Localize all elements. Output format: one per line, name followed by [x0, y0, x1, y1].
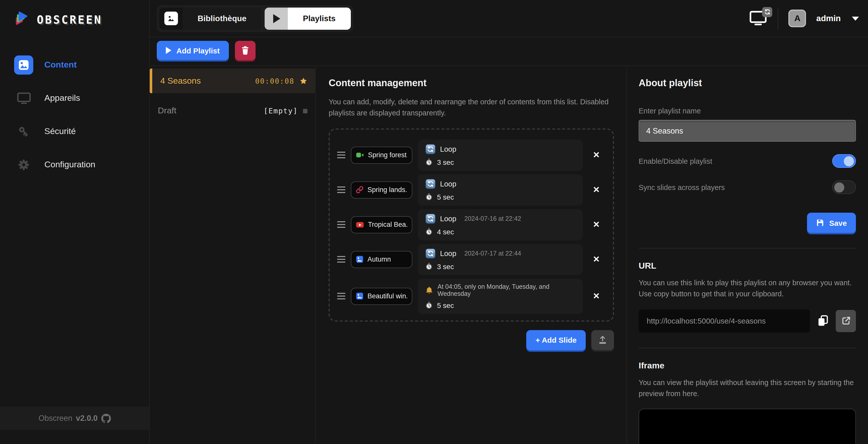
drag-handle-icon[interactable] — [337, 152, 345, 159]
slide-name-pill[interactable]: Spring lands... — [351, 182, 412, 198]
remove-slide-button[interactable]: ✕ — [588, 150, 604, 160]
divider — [778, 7, 778, 30]
topbar-right: A admin — [750, 7, 859, 30]
sidebar-item-content[interactable]: Content — [0, 55, 149, 75]
add-slide-button[interactable]: + Add Slide — [527, 330, 586, 350]
image-icon — [356, 292, 364, 300]
remove-slide-button[interactable]: ✕ — [588, 254, 604, 265]
divider — [639, 248, 856, 249]
panel-title: About playlist — [639, 77, 856, 89]
avatar[interactable]: A — [788, 9, 806, 27]
playlist-item-draft[interactable]: Draft [Empty] — [150, 101, 315, 121]
drag-handle-icon[interactable] — [337, 222, 345, 228]
remove-slide-button[interactable]: ✕ — [588, 220, 604, 230]
brand-logo: OBSCREEN — [0, 0, 149, 28]
image-icon — [159, 7, 183, 30]
playlist-toolbar: Add Playlist — [150, 37, 868, 66]
slide-name-pill[interactable]: Spring forest... — [351, 147, 412, 164]
main-area: Bibliothèque Playlists — [150, 0, 868, 444]
sidebar-item-appareils[interactable]: Appareils — [0, 88, 149, 109]
panel-description: You can add, modify, delete and rearrang… — [329, 96, 614, 119]
app-name: Obscreen — [38, 414, 72, 423]
screen-refresh-icon[interactable] — [750, 10, 768, 27]
drag-handle-icon[interactable] — [337, 293, 345, 299]
slide-settings-card[interactable]: Loop 5 sec — [418, 175, 583, 205]
slide-name-pill[interactable]: Autumn — [351, 251, 412, 268]
play-icon — [166, 47, 172, 54]
save-button[interactable]: Save — [807, 213, 856, 233]
drag-handle-icon[interactable] — [337, 256, 345, 263]
playlist-item-4-seasons[interactable]: 4 Seasons 00:00:08 — [150, 68, 315, 93]
stopwatch-icon — [426, 263, 433, 271]
slide-row: Autumn — [337, 244, 604, 275]
slide-settings-card[interactable]: At 04:05, only on Monday, Tuesday, and W… — [418, 279, 583, 314]
tab-bibliotheque[interactable]: Bibliothèque — [159, 7, 261, 30]
enable-label: Enable/Disable playlist — [639, 157, 712, 165]
add-playlist-button[interactable]: Add Playlist — [157, 41, 229, 60]
drag-handle-icon[interactable] — [337, 187, 345, 193]
playlist-name: 4 Seasons — [160, 76, 250, 86]
slide-mode-date: 2024-07-16 at 22:42 — [465, 215, 521, 222]
playlist-url-input[interactable] — [639, 310, 810, 332]
slide-row: Beautiful win... At 04:05, on — [337, 279, 604, 314]
playlist-preview-iframe[interactable] — [639, 409, 856, 444]
sync-slides-toggle[interactable] — [832, 181, 856, 194]
copy-url-button[interactable] — [818, 315, 829, 327]
github-icon[interactable] — [101, 413, 111, 423]
slide-settings-card[interactable]: Loop 2024-07-17 at 22:44 — [418, 244, 583, 275]
slide-row: Spring forest... — [337, 139, 604, 171]
chevron-down-icon[interactable] — [852, 17, 859, 21]
slide-settings-card[interactable]: Loop 3 sec — [418, 139, 583, 171]
loop-icon — [426, 249, 435, 258]
sidebar-item-label: Configuration — [44, 160, 95, 170]
sidebar-item-securite[interactable]: Sécurité — [0, 121, 149, 142]
link-icon — [356, 186, 364, 194]
slide-mode: Loop — [440, 215, 457, 223]
playlist-duration: 00:00:08 — [255, 77, 294, 85]
floppy-icon — [816, 219, 824, 227]
url-section-title: URL — [639, 261, 856, 271]
remove-slide-button[interactable]: ✕ — [588, 185, 604, 195]
youtube-icon — [356, 221, 364, 228]
sidebar-item-label: Appareils — [44, 93, 80, 103]
url-section-description: You can use this link to play this playl… — [639, 277, 856, 300]
content-management-panel: Content management You can add, modify, … — [315, 66, 627, 444]
slide-duration: 5 sec — [437, 302, 454, 310]
slide-schedule: At 04:05, only on Monday, Tuesday, and W… — [437, 283, 575, 297]
star-icon — [300, 77, 308, 85]
trash-icon — [241, 46, 249, 55]
slide-row: Spring lands... — [337, 175, 604, 205]
upload-icon — [598, 336, 608, 345]
upload-slide-button[interactable] — [591, 330, 614, 350]
playlist-list: 4 Seasons 00:00:08 Draft [Empty] — [150, 66, 315, 444]
tab-playlists[interactable]: Playlists — [265, 7, 351, 30]
slide-mode: Loop — [440, 180, 457, 188]
version-footer: Obscreen v2.0.0 — [0, 407, 149, 430]
sidebar: OBSCREEN Content — [0, 0, 150, 444]
external-link-icon — [841, 316, 850, 326]
enable-toggle-row: Enable/Disable playlist — [639, 154, 856, 168]
sync-toggle-row: Sync slides across players — [639, 181, 856, 194]
slide-name-pill[interactable]: Beautiful win... — [351, 288, 412, 305]
stopwatch-icon — [426, 228, 433, 235]
square-icon — [303, 108, 308, 113]
playlist-name-input[interactable] — [639, 120, 856, 141]
loop-icon — [426, 144, 435, 154]
key-icon — [14, 122, 33, 141]
slide-settings-card[interactable]: Loop 2024-07-16 at 22:42 — [418, 209, 583, 241]
section-tabs: Bibliothèque Playlists — [157, 5, 353, 32]
open-url-button[interactable] — [836, 310, 856, 332]
enable-playlist-toggle[interactable] — [832, 154, 856, 168]
slide-name-pill[interactable]: Tropical Bea... — [351, 216, 412, 233]
topbar: Bibliothèque Playlists — [150, 0, 868, 37]
iframe-section-description: You can view the playlist without leavin… — [639, 377, 856, 400]
user-name[interactable]: admin — [816, 13, 841, 23]
sidebar-item-configuration[interactable]: Configuration — [0, 154, 149, 176]
slide-duration: 3 sec — [437, 158, 454, 166]
image-icon — [356, 256, 364, 263]
tab-label: Bibliothèque — [183, 7, 261, 30]
sidebar-item-label: Sécurité — [44, 127, 76, 136]
iframe-section-title: Iframe — [639, 361, 856, 371]
remove-slide-button[interactable]: ✕ — [588, 291, 604, 302]
delete-playlist-button[interactable] — [235, 41, 255, 60]
